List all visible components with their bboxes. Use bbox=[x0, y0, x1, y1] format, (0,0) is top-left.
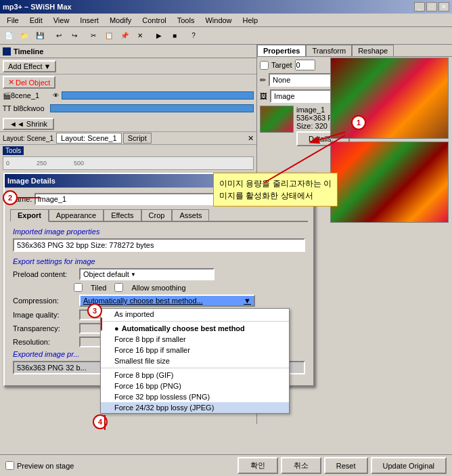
shrink-button[interactable]: ◄◄ Shrink bbox=[3, 118, 54, 130]
dropdown-item-8[interactable]: Force 24/32 bpp lossy (JPEG) bbox=[101, 402, 289, 413]
add-effect-arrow: ▼ bbox=[44, 62, 51, 70]
ok-button[interactable]: 확인 bbox=[238, 457, 278, 474]
dropdown-item-3[interactable]: Force 16 bpp if smaller bbox=[101, 345, 289, 355]
minimize-button[interactable]: _ bbox=[414, 2, 425, 12]
preload-arrow: ▼ bbox=[131, 272, 136, 278]
name-label: Name: bbox=[10, 195, 32, 203]
compression-row: Compression: Automatically choose best m… bbox=[13, 295, 305, 307]
tab-export[interactable]: Export bbox=[10, 209, 49, 222]
paste-button[interactable]: 📌 bbox=[117, 28, 132, 43]
dropdown-item-5[interactable]: Force 8 bpp (GIF) bbox=[101, 370, 289, 381]
new-button[interactable]: 📄 bbox=[1, 28, 16, 43]
main-toolbar: 📄 📁 💾 ↩ ↪ ✂ 📋 📌 ✕ ▶ ■ ? bbox=[0, 27, 452, 45]
tab-properties[interactable]: Properties bbox=[257, 45, 306, 56]
script-tab[interactable]: Script bbox=[123, 133, 152, 144]
menu-control[interactable]: Control bbox=[138, 15, 170, 26]
imported-section-title: Imported image properties bbox=[13, 228, 305, 236]
imported-info-field: 536x363 PNG 32 bpp Size: 778272 bytes bbox=[13, 238, 305, 252]
maximize-button[interactable]: □ bbox=[426, 2, 437, 12]
undo-button[interactable]: ↩ bbox=[51, 28, 66, 43]
window-controls[interactable]: _ □ ✕ bbox=[414, 2, 449, 12]
menu-insert[interactable]: Insert bbox=[76, 15, 103, 26]
transparency-label: Transparency: bbox=[13, 324, 74, 332]
scene-tab[interactable]: Layout: Scene_1 bbox=[56, 133, 122, 144]
open-button[interactable]: 📁 bbox=[17, 28, 32, 43]
save-button[interactable]: 💾 bbox=[32, 28, 47, 43]
scene-bar: Layout: Scene_1 Layout: Scene_1 Script ✕ bbox=[0, 131, 256, 145]
tiled-checkbox[interactable] bbox=[74, 283, 83, 292]
preload-dropdown[interactable]: Object default ▼ bbox=[79, 268, 214, 280]
del-object-button[interactable]: ✕ Del Object bbox=[3, 76, 55, 89]
title-bar: mp3+ – SWiSH Max _ □ ✕ bbox=[0, 0, 452, 14]
script-tab-name: Script bbox=[128, 134, 147, 142]
compression-label: Compression: bbox=[13, 297, 74, 305]
cancel-button[interactable]: 취소 bbox=[281, 457, 321, 474]
target-checkbox[interactable] bbox=[260, 61, 269, 70]
menu-modify[interactable]: Modify bbox=[106, 15, 135, 26]
dropdown-item-0[interactable]: As imported bbox=[101, 309, 289, 320]
tab-reshape[interactable]: Reshape bbox=[352, 45, 394, 56]
tab-crop[interactable]: Crop bbox=[141, 209, 173, 221]
scene-icon: 🎬 bbox=[3, 92, 11, 100]
update-original-button[interactable]: Update Original bbox=[371, 457, 447, 474]
menu-tools[interactable]: Tools bbox=[173, 15, 199, 26]
timeline-controls: Add Effect ▼ bbox=[0, 58, 256, 74]
delete-button[interactable]: ✕ bbox=[133, 28, 148, 43]
image-icon: 🖼 bbox=[260, 92, 267, 100]
image-thumbnail bbox=[260, 106, 294, 133]
reset-button[interactable]: Reset bbox=[324, 457, 368, 474]
redo-button[interactable]: ↪ bbox=[67, 28, 82, 43]
dropdown-item-1[interactable]: ●Automatically choose best method bbox=[101, 323, 289, 334]
play-button[interactable]: ▶ bbox=[152, 28, 166, 43]
bullet-icon: ● bbox=[114, 324, 119, 332]
preview-stage-label: Preview on stage bbox=[17, 462, 74, 470]
copy-button[interactable]: 📋 bbox=[101, 28, 116, 43]
add-effect-label: Add Effect bbox=[8, 62, 43, 70]
dialog-title-text: Image Details bbox=[7, 177, 55, 185]
bottom-bar: Preview on stage 확인 취소 Reset Update Orig… bbox=[0, 454, 452, 476]
tools-label: Tools bbox=[3, 146, 24, 155]
help-button[interactable]: ? bbox=[186, 28, 201, 43]
menu-window[interactable]: Window bbox=[201, 15, 235, 26]
compression-dropdown[interactable]: Automatically choose best method... ▼ bbox=[79, 295, 255, 307]
bottom-buttons: 확인 취소 Reset Update Original bbox=[238, 457, 447, 474]
smoothing-checkbox[interactable] bbox=[114, 283, 123, 292]
add-effect-button[interactable]: Add Effect ▼ bbox=[3, 60, 56, 72]
dropdown-item-4[interactable]: Smallest file size bbox=[101, 355, 289, 366]
stop-button[interactable]: ■ bbox=[167, 28, 182, 43]
scene-track-bar bbox=[62, 91, 254, 100]
compression-dropdown-menu[interactable]: As imported ●Automatically choose best m… bbox=[100, 308, 290, 414]
pencil-icon: ✏ bbox=[260, 76, 266, 85]
scene-tab-name: Layout: Scene_1 bbox=[61, 134, 117, 142]
target-label: Target bbox=[271, 61, 292, 69]
menu-help[interactable]: Help bbox=[239, 15, 263, 26]
tab-appearance[interactable]: Appearance bbox=[49, 209, 104, 221]
tab-transform[interactable]: Transform bbox=[306, 45, 352, 56]
close-button[interactable]: ✕ bbox=[438, 2, 449, 12]
timeline-icon bbox=[3, 47, 11, 56]
smoothing-label: Allow smoothing bbox=[131, 284, 185, 292]
target-input[interactable] bbox=[295, 60, 315, 70]
dropdown-separator bbox=[101, 321, 289, 322]
text-track-bar bbox=[50, 104, 254, 112]
track-scene-label: 8cene_1 bbox=[11, 91, 51, 100]
dropdown-item-2[interactable]: Force 8 bpp if smaller bbox=[101, 334, 289, 345]
tools-panel: Tools 0 250 500 bbox=[0, 145, 256, 171]
dropdown-item-6[interactable]: Force 16 bpp (PNG) bbox=[101, 381, 289, 391]
preview-stage-checkbox[interactable] bbox=[5, 461, 14, 470]
menu-bar: File Edit View Insert Modify Control Too… bbox=[0, 14, 452, 27]
del-object-label: Del Object bbox=[16, 79, 50, 87]
cut-button[interactable]: ✂ bbox=[86, 28, 101, 43]
dropdown-item-7[interactable]: Force 32 bpp lossless (PNG) bbox=[101, 391, 289, 402]
scene-eye-icon[interactable]: 👁 bbox=[53, 92, 59, 99]
menu-file[interactable]: File bbox=[3, 15, 23, 26]
menu-view[interactable]: View bbox=[49, 15, 74, 26]
track-text-label: T bl8ckwoo bbox=[7, 104, 47, 112]
tab-effects[interactable]: Effects bbox=[104, 209, 141, 221]
tab-assets[interactable]: Assets bbox=[172, 209, 209, 221]
menu-edit[interactable]: Edit bbox=[26, 15, 47, 26]
scene-close-icon[interactable]: ✕ bbox=[248, 134, 254, 143]
preview-on-stage-row: Preview on stage bbox=[5, 461, 74, 470]
tiled-label: Tiled bbox=[91, 284, 106, 292]
app-title: mp3+ – SWiSH Max bbox=[3, 3, 72, 11]
